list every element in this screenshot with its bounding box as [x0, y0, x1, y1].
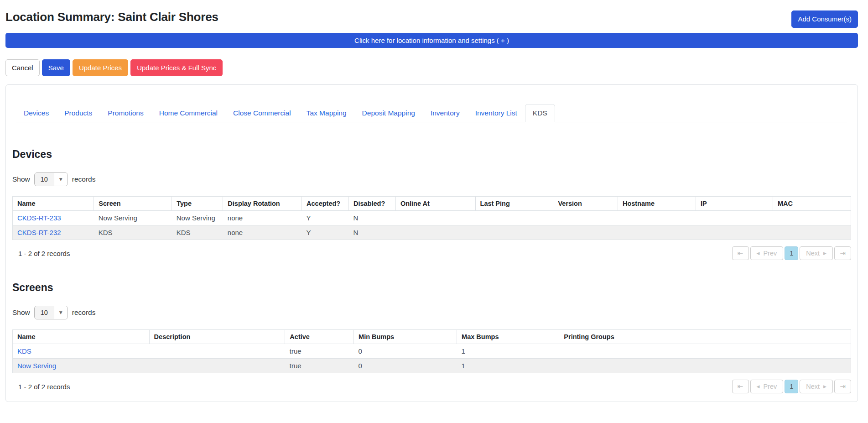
table-cell: [618, 225, 696, 240]
tab-tax-mapping[interactable]: Tax Mapping: [299, 104, 354, 122]
tab-home-commercial[interactable]: Home Commercial: [151, 104, 225, 122]
table-cell: 0: [354, 359, 457, 373]
column-header-min-bumps: Min Bumps: [354, 330, 457, 344]
triangle-right-icon: ▶: [823, 384, 826, 389]
table-cell: [773, 225, 851, 240]
column-header-display-rotation: Display Rotation: [223, 197, 302, 211]
toolbar: Cancel Save Update Prices Update Prices …: [5, 59, 858, 77]
column-header-active: Active: [285, 330, 354, 344]
next-label: Next: [806, 383, 820, 390]
last-page-button[interactable]: ⇥: [834, 246, 851, 260]
save-button[interactable]: Save: [42, 59, 70, 77]
table-cell: [696, 225, 773, 240]
tab-devices[interactable]: Devices: [16, 104, 57, 122]
table-cell: none: [223, 225, 302, 240]
prev-label: Prev: [763, 250, 777, 257]
table-cell: [618, 211, 696, 225]
screens-table: NameDescriptionActiveMin BumpsMax BumpsP…: [12, 329, 851, 373]
tab-bar: DevicesProductsPromotionsHome Commercial…: [16, 104, 847, 122]
table-cell: 0: [354, 344, 457, 359]
table-row: CKDS-RT-232KDSKDSnoneYN: [13, 225, 851, 240]
screens-page-size-select[interactable]: 10 ▼: [34, 306, 68, 319]
location-info-banner[interactable]: Click here for location information and …: [5, 33, 858, 48]
current-page-button[interactable]: 1: [785, 380, 798, 393]
triangle-left-icon: ◀: [757, 251, 760, 256]
page-size-value: 10: [35, 173, 54, 186]
table-cell: 1: [457, 359, 559, 373]
column-header-ip: IP: [696, 197, 773, 211]
show-label: Show: [12, 175, 30, 183]
tab-item: Home Commercial: [151, 104, 225, 122]
devices-section-name-link[interactable]: CKDS-RT-233: [17, 214, 61, 222]
tab-item: Deposit Mapping: [354, 104, 423, 122]
table-cell: CKDS-RT-232: [13, 225, 94, 240]
table-cell: Y: [302, 225, 349, 240]
add-consumers-button[interactable]: Add Consumer(s): [791, 10, 858, 28]
devices-section-name-link[interactable]: CKDS-RT-232: [17, 229, 61, 236]
tab-kds[interactable]: KDS: [525, 104, 555, 122]
prev-page-button[interactable]: ◀Prev: [750, 380, 784, 393]
table-row: CKDS-RT-233Now ServingNow ServingnoneYN: [13, 211, 851, 225]
table-cell: [696, 211, 773, 225]
column-header-hostname: Hostname: [618, 197, 696, 211]
screens-heading: Screens: [12, 282, 851, 294]
table-row: Now Servingtrue01: [13, 359, 851, 373]
page: Location Summary: Saint Clair Shores Add…: [0, 0, 868, 402]
table-cell: [553, 211, 618, 225]
devices-table: NameScreenTypeDisplay RotationAccepted?D…: [12, 196, 851, 240]
show-label: Show: [12, 308, 30, 317]
tab-deposit-mapping[interactable]: Deposit Mapping: [354, 104, 423, 122]
page-header: Location Summary: Saint Clair Shores Add…: [5, 6, 858, 28]
prev-page-button[interactable]: ◀Prev: [750, 246, 784, 260]
next-page-button[interactable]: Next▶: [800, 246, 833, 260]
table-row: KDStrue01: [13, 344, 851, 359]
column-header-mac: MAC: [773, 197, 851, 211]
tab-inventory-list[interactable]: Inventory List: [468, 104, 525, 122]
tab-inventory[interactable]: Inventory: [423, 104, 468, 122]
screens-pagination: ⇤◀Prev1Next▶⇥: [732, 380, 852, 393]
table-cell: N: [349, 225, 396, 240]
first-page-button[interactable]: ⇤: [732, 380, 749, 393]
column-header-disabled: Disabled?: [349, 197, 396, 211]
tab-close-commercial[interactable]: Close Commercial: [225, 104, 299, 122]
cancel-button[interactable]: Cancel: [5, 59, 40, 77]
update-prices-full-sync-button[interactable]: Update Prices & Full Sync: [130, 59, 223, 77]
current-page-number: 1: [790, 250, 793, 257]
location-tabs-panel: DevicesProductsPromotionsHome Commercial…: [5, 84, 858, 402]
screens-section-name-link[interactable]: KDS: [17, 347, 31, 355]
tab-products[interactable]: Products: [57, 104, 100, 122]
chevron-down-icon: ▼: [54, 173, 68, 186]
column-header-version: Version: [553, 197, 618, 211]
screens-section-name-link[interactable]: Now Serving: [17, 362, 56, 370]
devices-heading: Devices: [12, 148, 851, 161]
table-cell: [149, 359, 285, 373]
update-prices-button[interactable]: Update Prices: [73, 59, 128, 77]
next-page-button[interactable]: Next▶: [800, 380, 833, 393]
table-cell: [559, 359, 851, 373]
devices-show-row: Show 10 ▼ records: [12, 172, 851, 186]
column-header-online-at: Online At: [395, 197, 475, 211]
column-header-accepted: Accepted?: [302, 197, 349, 211]
arrow-to-end-icon: ⇥: [840, 382, 846, 391]
last-page-button[interactable]: ⇥: [834, 380, 851, 393]
devices-section: Devices Show 10 ▼ records NameScreenType…: [12, 148, 851, 260]
screens-record-summary: 1 - 2 of 2 records: [12, 383, 70, 391]
column-header-screen: Screen: [94, 197, 172, 211]
table-cell: Y: [302, 211, 349, 225]
records-label: records: [72, 308, 96, 317]
column-header-max-bumps: Max Bumps: [457, 330, 559, 344]
chevron-down-icon: ▼: [54, 306, 68, 319]
page-title: Location Summary: Saint Clair Shores: [5, 10, 218, 24]
arrow-to-start-icon: ⇤: [738, 382, 743, 391]
first-page-button[interactable]: ⇤: [732, 246, 749, 260]
prev-label: Prev: [763, 383, 777, 390]
arrow-to-start-icon: ⇤: [738, 249, 743, 257]
tab-item: Inventory List: [468, 104, 525, 122]
devices-page-size-select[interactable]: 10 ▼: [34, 172, 68, 186]
table-cell: none: [223, 211, 302, 225]
tab-promotions[interactable]: Promotions: [100, 104, 151, 122]
column-header-last-ping: Last Ping: [475, 197, 553, 211]
table-cell: 1: [457, 344, 559, 359]
table-cell: [773, 211, 851, 225]
current-page-button[interactable]: 1: [785, 246, 798, 260]
